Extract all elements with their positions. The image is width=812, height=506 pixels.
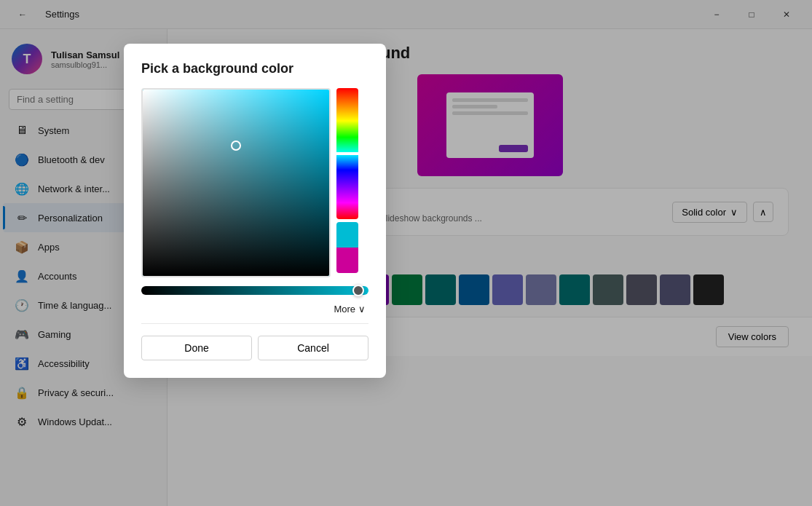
done-button[interactable]: Done — [141, 336, 252, 360]
gradient-dark-layer — [143, 90, 329, 276]
modal-footer: Done Cancel — [141, 323, 368, 360]
hue-bar-container — [336, 88, 358, 277]
color-preview-new — [336, 222, 358, 248]
cancel-button[interactable]: Cancel — [258, 336, 368, 360]
modal-overlay: Pick a background color — [0, 0, 812, 506]
modal-title: Pick a background color — [141, 61, 368, 76]
more-row: More ∨ — [141, 304, 368, 315]
color-preview-current — [336, 248, 358, 273]
color-picker-modal: Pick a background color — [124, 44, 386, 378]
color-gradient-picker[interactable] — [141, 88, 331, 277]
more-chevron-icon: ∨ — [358, 304, 366, 315]
color-picker-area — [141, 88, 368, 277]
hue-indicator — [335, 152, 360, 155]
hue-slider-row — [141, 286, 368, 295]
more-button[interactable]: More ∨ — [334, 304, 366, 315]
hue-bar[interactable] — [336, 88, 358, 219]
more-label: More — [334, 304, 355, 315]
hue-slider-thumb — [352, 285, 364, 296]
hue-slider-track[interactable] — [141, 286, 368, 295]
color-preview-bar — [336, 222, 358, 273]
